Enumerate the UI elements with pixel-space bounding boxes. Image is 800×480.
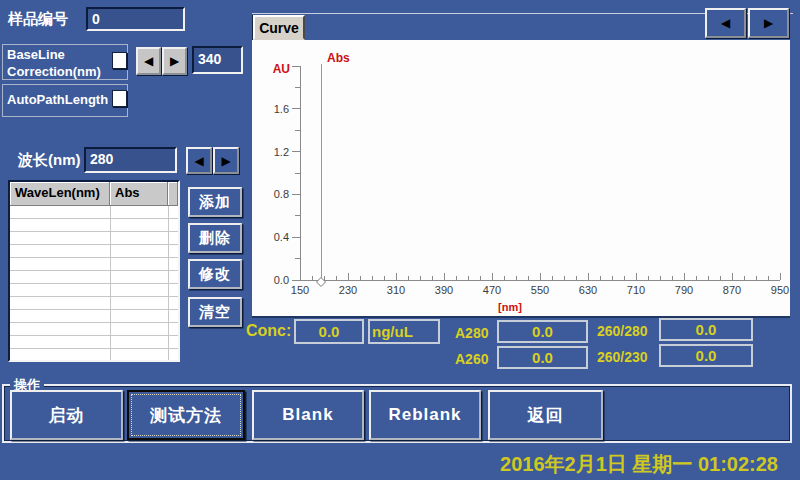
left-arrow-icon: ◀	[194, 155, 203, 167]
svg-text:0.0: 0.0	[274, 274, 289, 286]
a280-value: 0.0	[497, 320, 588, 343]
svg-text:870: 870	[723, 284, 741, 296]
svg-text:150: 150	[291, 284, 309, 296]
tab-scroll-right-button[interactable]: ▶	[748, 8, 789, 38]
svg-text:Abs: Abs	[327, 51, 350, 65]
clear-button[interactable]: 清空	[188, 297, 242, 327]
wavelength-increase-button[interactable]: ▶	[213, 147, 239, 174]
svg-text:[nm]: [nm]	[498, 301, 522, 313]
right-arrow-icon: ▶	[221, 155, 230, 167]
left-arrow-icon: ◀	[144, 55, 153, 67]
wavelength-label: 波长(nm)	[18, 151, 81, 170]
svg-text:0.4: 0.4	[274, 231, 289, 243]
return-button[interactable]: 返回	[488, 390, 603, 440]
svg-text:550: 550	[531, 284, 549, 296]
a260-value: 0.0	[497, 346, 588, 369]
column-header-spacer	[168, 182, 178, 206]
baseline-increase-button[interactable]: ▶	[162, 47, 187, 75]
curve-chart-panel: 0.00.40.81.21.61502303103904705506307107…	[252, 40, 790, 316]
baseline-correction-checkbox[interactable]	[112, 52, 127, 69]
modify-button[interactable]: 修改	[188, 259, 242, 289]
svg-text:710: 710	[627, 284, 645, 296]
start-button[interactable]: 启动	[10, 390, 123, 440]
ratio-260-230-label: 260/230	[597, 349, 648, 365]
conc-value: 0.0	[294, 319, 364, 344]
svg-text:630: 630	[579, 284, 597, 296]
tab-scroll-left-button[interactable]: ◀	[705, 8, 746, 38]
table-column-divider	[168, 206, 169, 360]
svg-text:310: 310	[387, 284, 405, 296]
svg-text:790: 790	[675, 284, 693, 296]
wavelength-decrease-button[interactable]: ◀	[186, 147, 212, 174]
add-button[interactable]: 添加	[188, 187, 242, 217]
column-header-abs: Abs	[110, 182, 168, 206]
conc-label: Conc:	[246, 322, 291, 340]
ratio-260-230-value: 0.0	[659, 344, 753, 367]
a260-label: A260	[455, 351, 488, 367]
reblank-button[interactable]: Reblank	[369, 390, 481, 440]
baseline-value-input[interactable]: 340	[192, 46, 243, 74]
table-column-divider	[110, 206, 111, 360]
baseline-decrease-button[interactable]: ◀	[136, 47, 161, 75]
tab-curve[interactable]: Curve	[253, 15, 305, 40]
svg-text:AU: AU	[273, 62, 290, 76]
test-method-button[interactable]: 测试方法	[127, 390, 245, 440]
autopathlength-checkbox[interactable]	[112, 90, 127, 107]
svg-text:470: 470	[483, 284, 501, 296]
svg-text:1.2: 1.2	[274, 146, 289, 158]
autopathlength-labelbox: AutoPathLength	[2, 84, 128, 117]
sample-number-label: 样品编号	[8, 10, 68, 29]
svg-text:950: 950	[771, 284, 789, 296]
baseline-correction-label-line1: BaseLine	[7, 46, 127, 63]
ratio-260-280-value: 0.0	[659, 318, 753, 341]
svg-text:390: 390	[435, 284, 453, 296]
right-arrow-icon: ▶	[170, 55, 179, 67]
wavelength-table-header: WaveLen(nm) Abs	[10, 182, 178, 206]
svg-text:230: 230	[339, 284, 357, 296]
blank-button[interactable]: Blank	[252, 390, 364, 440]
svg-text:0.8: 0.8	[274, 188, 289, 200]
right-arrow-icon: ▶	[764, 17, 773, 29]
sample-number-input[interactable]: 0	[86, 7, 185, 31]
delete-button[interactable]: 删除	[188, 223, 242, 253]
svg-text:1.6: 1.6	[274, 103, 289, 115]
baseline-correction-label-line2: Correction(nm)	[7, 63, 127, 80]
ratio-260-280-label: 260/280	[597, 323, 648, 339]
column-header-wavelen: WaveLen(nm)	[10, 182, 110, 206]
conc-unit[interactable]: ng/uL	[368, 319, 440, 344]
wavelength-table[interactable]: WaveLen(nm) Abs	[8, 180, 180, 362]
left-arrow-icon: ◀	[721, 17, 730, 29]
wavelength-table-body[interactable]	[10, 206, 178, 360]
autopathlength-label: AutoPathLength	[7, 92, 108, 107]
curve-chart: 0.00.40.81.21.61502303103904705506307107…	[252, 40, 790, 316]
datetime-display: 2016年2月1日 星期一 01:02:28	[500, 451, 778, 478]
baseline-correction-labelbox: BaseLine Correction(nm)	[2, 44, 128, 80]
wavelength-input[interactable]: 280	[84, 147, 177, 173]
a280-label: A280	[455, 325, 488, 341]
